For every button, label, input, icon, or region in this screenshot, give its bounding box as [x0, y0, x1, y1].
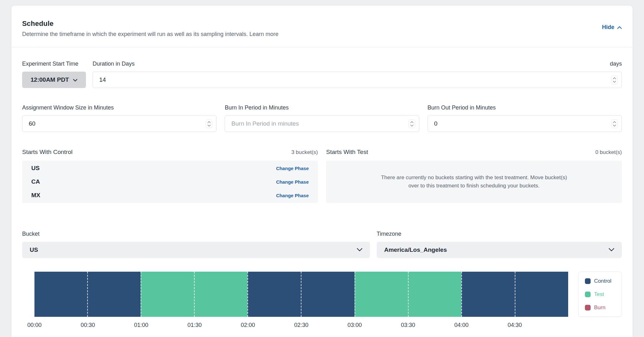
change-phase-link[interactable]: Change Phase — [276, 193, 309, 198]
start-time-group: Experiment Start Time 12:00AM PDT — [22, 61, 86, 88]
start-time-button[interactable]: 12:00AM PDT — [22, 72, 86, 88]
axis-tick-label: 00:30 — [81, 322, 95, 328]
schedule-panel: Schedule Determine the timeframe in whic… — [11, 6, 633, 337]
spinner-up-icon — [410, 121, 414, 123]
legend-item-test: Test — [585, 291, 622, 298]
burn-in-label: Burn In Period in Minutes — [225, 104, 419, 111]
number-spinner[interactable] — [409, 120, 415, 128]
timeline-segment-control — [461, 272, 515, 317]
legend-label: Test — [594, 291, 604, 298]
timeline-axis: 00:0000:3001:0001:3002:0002:3003:0003:30… — [34, 322, 568, 330]
bucket-select[interactable]: US — [22, 242, 370, 258]
learn-more-link[interactable]: Learn more — [249, 31, 278, 37]
timezone-select-value: America/Los_Angeles — [384, 246, 447, 253]
bucket-row: CA Change Phase — [31, 175, 309, 189]
header-subtitle: Determine the timeframe in which the exp… — [22, 31, 278, 38]
spinner-down-icon — [207, 124, 211, 127]
timeline-strip — [34, 272, 568, 317]
hide-label: Hide — [602, 24, 614, 31]
axis-tick-label: 04:00 — [454, 322, 469, 328]
duration-label-line: Duration in Days days — [93, 61, 622, 67]
timezone-selector-group: Timezone America/Los_Angeles — [377, 231, 622, 258]
legend-item-burn: Burn — [585, 304, 622, 311]
assignment-window-label: Assignment Window Size in Minutes — [22, 104, 216, 111]
control-bucket-count: 3 bucket(s) — [291, 149, 318, 156]
axis-tick-label: 01:30 — [187, 322, 202, 328]
start-time-label: Experiment Start Time — [22, 61, 86, 67]
burn-out-label: Burn Out Period in Minutes — [428, 104, 622, 111]
axis-tick-label: 00:00 — [27, 322, 41, 328]
assignment-window-field — [22, 115, 216, 132]
number-spinner[interactable] — [206, 120, 212, 128]
axis-tick-label: 02:30 — [294, 322, 308, 328]
burn-out-field — [428, 115, 622, 132]
spinner-up-icon — [613, 121, 616, 123]
change-phase-link[interactable]: Change Phase — [276, 166, 309, 171]
duration-input[interactable] — [99, 76, 611, 83]
spinner-down-icon — [410, 124, 414, 127]
duration-label: Duration in Days — [93, 61, 135, 67]
assignment-window-input[interactable] — [29, 120, 206, 127]
duration-field — [93, 72, 622, 88]
chevron-down-icon — [609, 247, 614, 253]
start-time-value: 12:00AM PDT — [31, 76, 69, 83]
timeline-segment-control — [34, 272, 87, 317]
burn-in-field — [225, 115, 419, 132]
chevron-down-icon — [73, 76, 77, 83]
bucket-row: MX Change Phase — [31, 189, 309, 202]
legend-item-control: Control — [585, 278, 622, 284]
legend-swatch — [585, 292, 591, 297]
timeline-segment-test — [355, 272, 408, 317]
axis-tick-label: 03:30 — [401, 322, 415, 328]
schedule-body: Experiment Start Time 12:00AM PDT Durati… — [11, 47, 633, 337]
hide-toggle[interactable]: Hide — [602, 24, 622, 31]
test-bucket-count: 0 bucket(s) — [595, 149, 622, 156]
bucket-select-value: US — [30, 246, 38, 253]
timezone-select[interactable]: America/Los_Angeles — [377, 242, 622, 258]
page-title: Schedule — [22, 20, 278, 28]
bucket-name: US — [31, 165, 39, 172]
timeline-segment-test — [408, 272, 461, 317]
subtitle-text: Determine the timeframe in which the exp… — [22, 31, 248, 37]
legend-swatch — [585, 278, 591, 284]
timeline-segment-control — [301, 272, 354, 317]
treatment-sections: Starts With Control 3 bucket(s) US Chang… — [22, 149, 622, 203]
test-empty-message: There are currently no buckets starting … — [378, 174, 570, 190]
axis-tick-label: 01:00 — [134, 322, 148, 328]
number-spinner[interactable] — [611, 76, 618, 84]
bucket-row: US Change Phase — [31, 162, 309, 175]
duration-unit-label: days — [610, 61, 622, 67]
timeline-section: 00:0000:3001:0001:3002:0002:3003:0003:30… — [22, 272, 622, 330]
header-text-block: Schedule Determine the timeframe in whic… — [22, 20, 278, 38]
bucket-selector-group: Bucket US — [22, 231, 370, 258]
axis-tick-label: 02:00 — [241, 322, 255, 328]
starts-with-test-section: Starts With Test 0 bucket(s) There are c… — [326, 149, 622, 203]
number-spinner[interactable] — [611, 120, 618, 128]
axis-tick-label: 04:30 — [508, 322, 522, 328]
burn-out-input[interactable] — [434, 120, 611, 127]
bucket-selector-label: Bucket — [22, 231, 370, 237]
row-burn-settings: Assignment Window Size in Minutes Burn I… — [22, 104, 622, 132]
spinner-up-icon — [207, 121, 211, 123]
chevron-up-icon — [617, 24, 622, 31]
axis-tick-label: 03:00 — [348, 322, 362, 328]
selectors-row: Bucket US Timezone America/Los_Angeles — [22, 231, 622, 258]
timeline-segment-control — [87, 272, 141, 317]
timeline-segment-test — [141, 272, 194, 317]
change-phase-link[interactable]: Change Phase — [276, 179, 309, 185]
burn-in-input[interactable] — [231, 120, 408, 127]
spinner-up-icon — [613, 77, 616, 80]
burn-in-group: Burn In Period in Minutes — [225, 104, 419, 132]
timeline-segment-control — [247, 272, 301, 317]
spinner-down-icon — [613, 124, 616, 127]
control-title-line: Starts With Control 3 bucket(s) — [22, 149, 318, 156]
duration-group: Duration in Days days — [93, 61, 622, 88]
assignment-window-group: Assignment Window Size in Minutes — [22, 104, 216, 132]
test-buckets-panel: There are currently no buckets starting … — [326, 161, 622, 203]
legend-label: Control — [594, 278, 611, 284]
burn-out-group: Burn Out Period in Minutes — [428, 104, 622, 132]
row-start-duration: Experiment Start Time 12:00AM PDT Durati… — [22, 61, 622, 88]
bucket-name: CA — [31, 178, 40, 185]
legend-swatch — [585, 305, 591, 310]
spinner-down-icon — [613, 80, 616, 83]
